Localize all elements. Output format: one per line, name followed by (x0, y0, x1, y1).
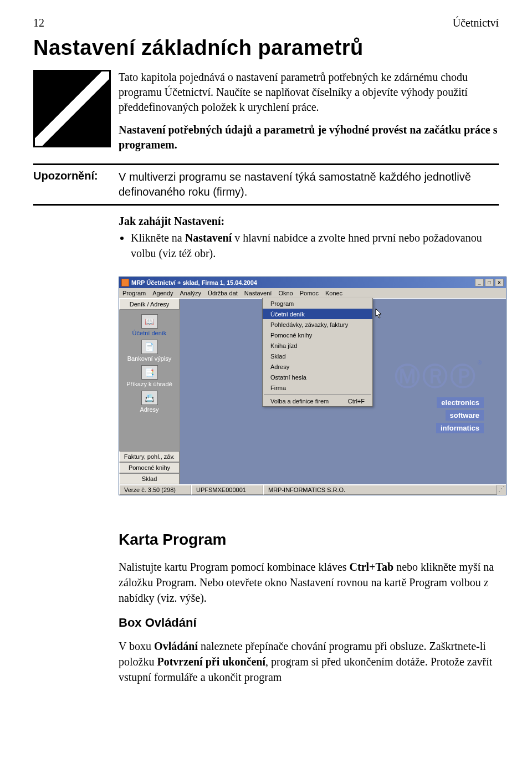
sidebar-item-ucetni-denik[interactable]: 📖 Účetní deník (121, 313, 177, 337)
dd-ostatni[interactable]: Ostatní hesla (263, 372, 372, 382)
sidebar: Deník / Adresy 📖 Účetní deník 📄 Bankovní… (119, 299, 180, 484)
howto-heading: Jak zahájit Nastavení: (119, 213, 499, 229)
dd-kniha-jizd[interactable]: Kniha jízd (263, 340, 372, 351)
nastaveni-dropdown: Program Účetní deník Pohledávky, závazky… (262, 298, 373, 407)
menu-udrzba[interactable]: Údržba dat (208, 290, 238, 296)
sidebar-tab-sklad[interactable]: Sklad (119, 473, 180, 484)
menu-analyzy[interactable]: Analýzy (180, 290, 202, 296)
app-icon (121, 279, 129, 286)
sidebar-tab-faktury[interactable]: Faktury, pohl., záv. (119, 451, 180, 462)
page-title: Nastavení základních parametrů (33, 36, 499, 60)
dd-ucetni-denik[interactable]: Účetní deník (263, 309, 372, 319)
menu-agendy[interactable]: Agendy (152, 290, 173, 296)
karta-p1: Nalistujte kartu Program pomocí kombinac… (119, 559, 499, 606)
dd-volba-definice[interactable]: Volba a definice firemCtrl+F (263, 396, 372, 406)
dd-firma[interactable]: Firma (263, 382, 372, 393)
status-company: MRP-INFORMATICS S.R.O. (263, 485, 497, 495)
ledger-icon: 📖 (141, 314, 158, 329)
order-icon: 📑 (141, 365, 158, 380)
sidebar-item-adresy[interactable]: 📇 Adresy (121, 390, 177, 414)
sidebar-item-prikazy[interactable]: 📑 Příkazy k úhradě (121, 364, 177, 388)
menubar: Program Agendy Analýzy Údržba dat Nastav… (119, 288, 506, 299)
dd-program[interactable]: Program (263, 298, 372, 309)
sidebar-item-bankovni-vypisy[interactable]: 📄 Bankovní výpisy (121, 339, 177, 363)
window-title: MRP Účetnictví + sklad, Firma 1, 15.04.2… (131, 279, 475, 286)
howto-bullet: Klikněte na Nastavení v hlavní nabídce a… (131, 230, 499, 261)
statusbar: Verze č. 3.50 (298) UPFSMXE000001 MRP-IN… (119, 484, 506, 495)
status-version: Verze č. 3.50 (298) (119, 485, 191, 495)
section-title: Účetnictví (453, 17, 499, 29)
logo-tag-informatics: informatics (436, 423, 484, 433)
note-label: Upozornění: (33, 170, 111, 199)
box-ovladani-heading: Box Ovládání (119, 615, 499, 632)
intro-paragraph-2: Nastavení potřebných údajů a parametrů j… (119, 122, 499, 152)
menu-pomoc[interactable]: Pomoc (300, 290, 319, 296)
menu-nastaveni[interactable]: Nastavení (244, 290, 272, 296)
document-icon: 📄 (141, 340, 158, 354)
sidebar-top-tab[interactable]: Deník / Adresy (119, 299, 180, 310)
resize-grip-icon[interactable]: ⋰ (497, 485, 506, 495)
status-license: UPFSMXE000001 (191, 485, 263, 495)
minimize-button[interactable]: _ (475, 279, 484, 286)
app-window: MRP Účetnictví + sklad, Firma 1, 15.04.2… (119, 277, 507, 495)
karta-program-heading: Karta Program (119, 529, 499, 550)
karta-p2: V boxu Ovládání naleznete přepínače chov… (119, 638, 499, 685)
page-number: 12 (33, 17, 44, 29)
brand-logo: ⓂⓇⓅ® electronics software informatics (395, 360, 484, 433)
intro-paragraph-1: Tato kapitola pojednává o nastavení para… (119, 70, 499, 115)
titlebar: MRP Účetnictví + sklad, Firma 1, 15.04.2… (119, 277, 506, 288)
menu-program[interactable]: Program (122, 290, 146, 296)
menu-konec[interactable]: Konec (325, 290, 342, 296)
logo-tag-software: software (446, 410, 484, 421)
logo-tag-electronics: electronics (437, 397, 484, 408)
cursor-icon (375, 309, 383, 319)
menu-okno[interactable]: Okno (278, 290, 293, 296)
dd-pomocne[interactable]: Pomocné knihy (263, 330, 372, 340)
close-button[interactable]: × (495, 279, 504, 286)
hammer-illustration-icon (33, 70, 111, 147)
address-icon: 📇 (141, 391, 158, 405)
dd-pohledavky[interactable]: Pohledávky, závazky, faktury (263, 319, 372, 330)
dd-adresy[interactable]: Adresy (263, 361, 372, 372)
maximize-button[interactable]: □ (485, 279, 494, 286)
note-body: V multiverzi programu se nastavení týká … (119, 170, 499, 199)
dd-sklad[interactable]: Sklad (263, 351, 372, 361)
dd-separator (264, 394, 371, 395)
sidebar-tab-pomocne[interactable]: Pomocné knihy (119, 462, 180, 473)
